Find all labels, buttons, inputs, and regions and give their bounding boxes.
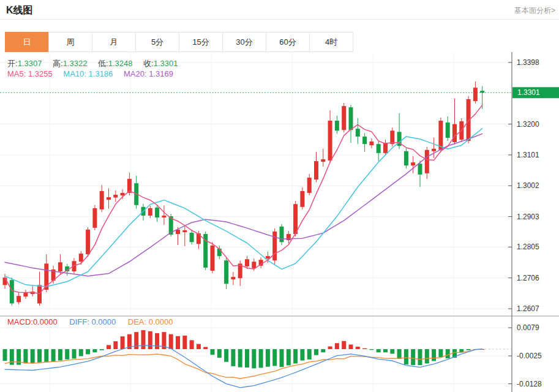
macd-bar <box>224 349 228 362</box>
macd-bar <box>362 349 367 349</box>
ma5-value: 1.3255 <box>28 69 53 78</box>
candle-body <box>217 249 222 256</box>
macd-bar <box>113 341 118 349</box>
macd-bar <box>203 347 208 349</box>
candle-body <box>86 230 90 254</box>
tab-week[interactable]: 周 <box>48 32 92 52</box>
candle-body <box>300 191 304 207</box>
candle-body <box>58 262 62 271</box>
macd-bar <box>58 349 62 361</box>
macd-info-row: MACD:0.0000 DIFF: 0.0000 DEA: 0.0000 <box>7 317 173 326</box>
tab-day[interactable]: 日 <box>5 32 49 52</box>
macd-bar <box>342 341 346 349</box>
fundamental-analysis-link[interactable]: 基本面分析> <box>514 6 555 16</box>
macd-bar <box>300 349 304 361</box>
candle-body <box>425 150 429 173</box>
ma-info-row: MA5: 1.3255 MA10: 1.3186 MA20: 1.3169 <box>7 69 182 78</box>
candle-body <box>107 197 111 200</box>
macd-bar <box>349 344 353 349</box>
macd-bar <box>314 349 318 355</box>
candle-body <box>245 259 249 266</box>
candle-body <box>321 159 325 162</box>
tab-15min[interactable]: 15分 <box>179 32 223 52</box>
candle-body <box>473 88 478 101</box>
macd-bar <box>182 336 187 349</box>
macd-bar <box>176 336 180 349</box>
candle-body <box>432 149 436 151</box>
candle-body <box>342 106 346 130</box>
macd-label: MACD: <box>7 317 33 326</box>
macd-bar <box>155 333 159 349</box>
macd-bar <box>418 349 422 365</box>
candle-body <box>182 230 187 232</box>
macd-bar <box>231 349 235 366</box>
candle-body <box>224 260 228 284</box>
current-price-badge-label: 1.3301 <box>517 88 540 97</box>
macd-bar <box>446 349 450 358</box>
macd-bar <box>252 349 256 368</box>
candle-body <box>418 164 422 175</box>
candle-body <box>162 216 166 217</box>
page-title: K线图 <box>6 4 33 17</box>
price-tick-label: 1.3002 <box>517 181 539 190</box>
candle-body <box>190 233 194 242</box>
tab-4hour[interactable]: 4时 <box>309 32 353 52</box>
macd-bar <box>404 349 408 364</box>
candle-body <box>37 285 42 303</box>
macd-value: 0.0000 <box>33 317 58 326</box>
candle-body <box>155 208 159 217</box>
tab-60min[interactable]: 60分 <box>266 32 310 52</box>
candle-body <box>92 208 97 228</box>
candle-body <box>293 204 298 234</box>
macd-bar <box>293 349 298 363</box>
candle-body <box>231 277 235 279</box>
ma20-value: 1.3169 <box>149 69 173 78</box>
candle-body <box>349 107 353 130</box>
macd-bar <box>92 349 97 352</box>
macd-bar <box>321 349 325 352</box>
macd-bar <box>307 349 312 360</box>
macd-bar <box>44 349 48 363</box>
tab-5min[interactable]: 5分 <box>135 32 179 52</box>
candle-body <box>446 123 450 138</box>
candle-body <box>23 293 28 296</box>
ma5-label: MA5: <box>7 69 26 78</box>
macd-bar <box>31 349 35 363</box>
macd-bar <box>51 349 56 361</box>
ma20-label: MA20: <box>124 69 147 78</box>
macd-bar <box>100 349 104 350</box>
macd-bar <box>190 340 194 349</box>
diff-value: 0.0000 <box>91 317 116 326</box>
tab-month[interactable]: 月 <box>92 32 136 52</box>
tab-30min[interactable]: 30分 <box>222 32 266 52</box>
candle-body <box>17 296 21 302</box>
macd-bar <box>107 345 111 349</box>
macd-bar <box>432 349 436 361</box>
candle-body <box>100 191 104 209</box>
header-divider <box>0 19 559 20</box>
candle-body <box>148 208 152 216</box>
macd-bar <box>356 347 360 349</box>
open-value: 1.3307 <box>18 59 42 68</box>
price-tick-label: 1.2805 <box>517 243 539 251</box>
macd-bar <box>141 330 146 349</box>
candle-body <box>211 246 215 271</box>
price-tick-label: 1.2607 <box>517 304 539 313</box>
macd-bar <box>23 349 28 363</box>
candle-body <box>362 137 367 144</box>
candle-body <box>79 254 83 262</box>
macd-tick-label: -0.0025 <box>517 352 542 360</box>
macd-bar <box>86 349 90 354</box>
candle-body <box>328 121 332 160</box>
dea-value: 0.0000 <box>149 317 173 326</box>
macd-bar <box>238 349 242 368</box>
macd-bar <box>438 349 443 357</box>
low-label: 低: <box>98 59 108 68</box>
low-value: 1.3248 <box>108 59 133 68</box>
macd-bar <box>79 349 83 356</box>
candle-body <box>113 195 118 198</box>
period-tab-bar: 日 周 月 5分 15分 30分 60分 4时 <box>5 32 353 52</box>
macd-bar <box>259 349 263 368</box>
candle-body <box>369 141 373 145</box>
candle-body <box>280 227 284 242</box>
